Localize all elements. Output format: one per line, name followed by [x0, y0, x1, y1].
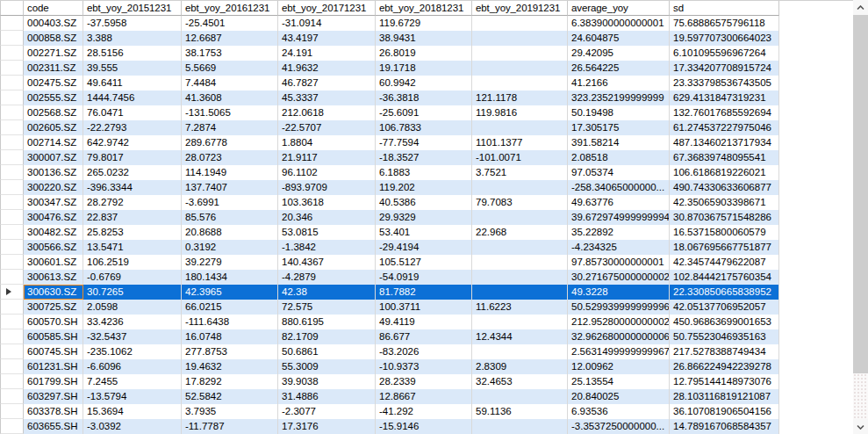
cell-ebt_yoy_20191231[interactable]	[472, 120, 568, 135]
table-row[interactable]: 000858.SZ3.38812.668743.419738.943124.60…	[0, 31, 853, 46]
cell-average_yoy[interactable]: 39.672974999999994	[568, 210, 670, 225]
cell-sd[interactable]: 6.101095596967264	[670, 46, 779, 61]
column-header-sd[interactable]: sd	[670, 1, 779, 16]
cell-ebt_yoy_20191231[interactable]	[472, 389, 568, 404]
cell-ebt_yoy_20171231[interactable]: 1.8804	[278, 135, 376, 150]
cell-ebt_yoy_20151231[interactable]: -22.2793	[83, 120, 182, 135]
cell-ebt_yoy_20171231[interactable]: 82.1709	[278, 329, 376, 344]
cell-ebt_yoy_20161231[interactable]: -25.4501	[182, 16, 278, 31]
row-indicator[interactable]	[0, 404, 24, 419]
cell-ebt_yoy_20191231[interactable]	[472, 46, 568, 61]
cell-ebt_yoy_20151231[interactable]: -0.6769	[83, 270, 182, 285]
table-row[interactable]: 603297.SH-13.579452.584231.488612.866720…	[0, 389, 853, 404]
cell-ebt_yoy_20171231[interactable]: 46.7827	[278, 76, 376, 90]
cell-ebt_yoy_20171231[interactable]: 20.346	[278, 210, 376, 225]
cell-ebt_yoy_20151231[interactable]: 22.837	[83, 210, 182, 225]
cell-sd[interactable]: 26.866224942239278	[670, 359, 779, 374]
row-indicator[interactable]	[0, 31, 24, 46]
cell-sd[interactable]: 106.6186819226021	[670, 165, 779, 180]
cell-average_yoy[interactable]: 50.529939999999996	[568, 300, 670, 315]
cell-ebt_yoy_20191231[interactable]	[472, 240, 568, 255]
table-row[interactable]: 002714.SZ642.9742289.67781.8804-77.75941…	[0, 135, 853, 150]
cell-sd[interactable]: 67.36839748095541	[670, 150, 779, 165]
cell-ebt_yoy_20171231[interactable]: 43.4197	[278, 31, 376, 46]
row-indicator[interactable]	[0, 105, 24, 120]
cell-ebt_yoy_20181231[interactable]: 106.7833	[376, 120, 472, 135]
row-indicator[interactable]	[0, 359, 24, 374]
cell-average_yoy[interactable]: 50.19498	[568, 105, 670, 120]
cell-ebt_yoy_20191231[interactable]: 32.4653	[472, 374, 568, 389]
cell-ebt_yoy_20191231[interactable]: 1101.1377	[472, 135, 568, 150]
cell-ebt_yoy_20181231[interactable]: 86.677	[376, 329, 472, 344]
cell-ebt_yoy_20161231[interactable]: 19.4632	[182, 359, 278, 374]
cell-ebt_yoy_20171231[interactable]: 21.9117	[278, 150, 376, 165]
cell-ebt_yoy_20181231[interactable]: 12.8667	[376, 389, 472, 404]
cell-sd[interactable]: 629.4131847319231	[670, 90, 779, 105]
cell-ebt_yoy_20191231[interactable]: 79.7083	[472, 195, 568, 210]
cell-ebt_yoy_20161231[interactable]: 20.8688	[182, 225, 278, 240]
table-row[interactable]: 300725.SZ2.059866.021572.575100.371111.6…	[0, 300, 853, 315]
cell-average_yoy[interactable]: 35.22892	[568, 225, 670, 240]
cell-average_yoy[interactable]: 97.05374	[568, 165, 670, 180]
column-header-ebt_yoy_20151231[interactable]: ebt_yoy_20151231	[83, 1, 182, 16]
cell-average_yoy[interactable]: 49.63776	[568, 195, 670, 210]
cell-ebt_yoy_20181231[interactable]: 29.9329	[376, 210, 472, 225]
cell-ebt_yoy_20161231[interactable]: 137.7407	[182, 180, 278, 195]
cell-average_yoy[interactable]: 97.85730000000001	[568, 255, 670, 270]
cell-code[interactable]: 002605.SZ	[24, 120, 83, 135]
cell-ebt_yoy_20181231[interactable]: 40.5386	[376, 195, 472, 210]
cell-ebt_yoy_20151231[interactable]: -32.5437	[83, 329, 182, 344]
cell-code[interactable]: 600585.SH	[24, 329, 83, 344]
cell-average_yoy[interactable]: 30.271675000000002	[568, 270, 670, 285]
cell-code[interactable]: 002714.SZ	[24, 135, 83, 150]
row-indicator[interactable]	[0, 165, 24, 180]
cell-code[interactable]: 002475.SZ	[24, 76, 83, 90]
cell-ebt_yoy_20171231[interactable]: 880.6195	[278, 315, 376, 329]
row-indicator[interactable]	[0, 46, 24, 61]
table-row[interactable]: 002311.SZ39.5555.566941.963219.171826.56…	[0, 61, 853, 76]
cell-ebt_yoy_20151231[interactable]: 15.3694	[83, 404, 182, 419]
cell-ebt_yoy_20181231[interactable]: -83.2026	[376, 344, 472, 359]
cell-ebt_yoy_20151231[interactable]: -13.5794	[83, 389, 182, 404]
cell-sd[interactable]: 42.05137706952057	[670, 300, 779, 315]
cell-ebt_yoy_20191231[interactable]: 22.968	[472, 225, 568, 240]
cell-average_yoy[interactable]: -3.3537250000000...	[568, 419, 670, 434]
cell-code[interactable]: 300725.SZ	[24, 300, 83, 315]
table-row[interactable]: 600570.SH33.4236-111.6438880.619549.4119…	[0, 315, 853, 329]
table-row[interactable]: 002568.SZ76.0471-131.5065212.0618-25.609…	[0, 105, 853, 120]
cell-ebt_yoy_20191231[interactable]: -101.0071	[472, 150, 568, 165]
cell-ebt_yoy_20181231[interactable]: 60.9942	[376, 76, 472, 90]
cell-sd[interactable]: 42.35065903398671	[670, 195, 779, 210]
cell-ebt_yoy_20191231[interactable]	[472, 16, 568, 31]
cell-ebt_yoy_20161231[interactable]: 0.3192	[182, 240, 278, 255]
cell-ebt_yoy_20171231[interactable]: 31.4886	[278, 389, 376, 404]
cell-ebt_yoy_20151231[interactable]: 2.0598	[83, 300, 182, 315]
cell-ebt_yoy_20171231[interactable]: -2.3077	[278, 404, 376, 419]
cell-code[interactable]: 603297.SH	[24, 389, 83, 404]
cell-ebt_yoy_20191231[interactable]: 121.1178	[472, 90, 568, 105]
cell-ebt_yoy_20151231[interactable]: -3.0392	[83, 419, 182, 434]
cell-ebt_yoy_20181231[interactable]: 105.5127	[376, 255, 472, 270]
cell-ebt_yoy_20151231[interactable]: 642.9742	[83, 135, 182, 150]
cell-ebt_yoy_20191231[interactable]	[472, 255, 568, 270]
cell-sd[interactable]: 23.333798536743505	[670, 76, 779, 90]
cell-ebt_yoy_20151231[interactable]: 30.7265	[83, 285, 182, 300]
cell-ebt_yoy_20181231[interactable]: -15.9146	[376, 419, 472, 434]
cell-average_yoy[interactable]: 26.564225	[568, 61, 670, 76]
cell-ebt_yoy_20181231[interactable]: 26.8019	[376, 46, 472, 61]
cell-code[interactable]: 300347.SZ	[24, 195, 83, 210]
cell-average_yoy[interactable]: 17.305175	[568, 120, 670, 135]
cell-ebt_yoy_20181231[interactable]: -77.7594	[376, 135, 472, 150]
cell-ebt_yoy_20161231[interactable]: 28.0723	[182, 150, 278, 165]
cell-ebt_yoy_20191231[interactable]	[472, 61, 568, 76]
cell-ebt_yoy_20151231[interactable]: 265.0232	[83, 165, 182, 180]
table-row[interactable]: 300613.SZ-0.6769180.1434-4.2879-54.09193…	[0, 270, 853, 285]
cell-sd[interactable]: 42.34574479622087	[670, 255, 779, 270]
cell-average_yoy[interactable]: 2.08518	[568, 150, 670, 165]
cell-ebt_yoy_20151231[interactable]: -6.6096	[83, 359, 182, 374]
cell-ebt_yoy_20171231[interactable]: -893.9709	[278, 180, 376, 195]
cell-ebt_yoy_20181231[interactable]: -29.4194	[376, 240, 472, 255]
cell-ebt_yoy_20151231[interactable]: 3.388	[83, 31, 182, 46]
cell-code[interactable]: 600745.SH	[24, 344, 83, 359]
cell-ebt_yoy_20171231[interactable]: -22.5707	[278, 120, 376, 135]
